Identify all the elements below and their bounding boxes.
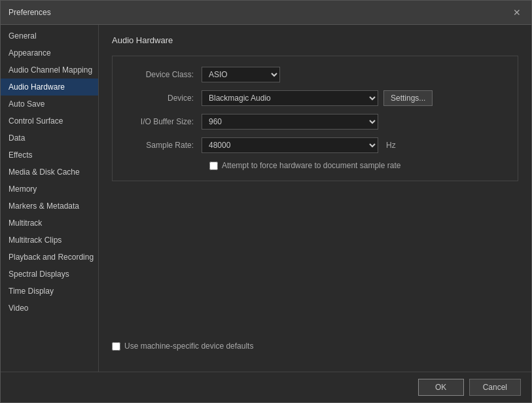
cancel-button[interactable]: Cancel <box>469 379 521 396</box>
section-title: Audio Hardware <box>112 35 518 45</box>
dialog-title: Preferences <box>9 8 51 17</box>
bottom-section: Use machine-specific device defaults <box>112 335 518 361</box>
ok-button[interactable]: OK <box>418 379 464 396</box>
sidebar-item-data[interactable]: Data <box>1 130 98 147</box>
preferences-dialog: Preferences ✕ GeneralAppearanceAudio Cha… <box>0 0 532 403</box>
sidebar-item-auto-save[interactable]: Auto Save <box>1 96 98 113</box>
device-control: Blackmagic Audio Settings... <box>202 90 507 106</box>
buffer-label: I/O Buffer Size: <box>123 117 202 126</box>
device-class-row: Device Class: ASIO MME WDM WASAPI <box>123 67 507 82</box>
force-hardware-checkbox[interactable] <box>209 162 218 170</box>
device-row: Device: Blackmagic Audio Settings... <box>123 90 507 106</box>
close-button[interactable]: ✕ <box>510 6 523 19</box>
sidebar-item-general[interactable]: General <box>1 27 98 44</box>
sidebar-item-markers-metadata[interactable]: Markers & Metadata <box>1 198 98 215</box>
sidebar-item-multitrack-clips[interactable]: Multitrack Clips <box>1 232 98 249</box>
force-hardware-label: Attempt to force hardware to document sa… <box>222 161 400 170</box>
sidebar-item-effects[interactable]: Effects <box>1 147 98 164</box>
device-select[interactable]: Blackmagic Audio <box>202 90 378 106</box>
sample-rate-row: Sample Rate: 48000 44100 96000 192000 Hz <box>123 137 507 153</box>
sidebar-item-multitrack[interactable]: Multitrack <box>1 215 98 232</box>
sample-label: Sample Rate: <box>123 141 202 150</box>
sidebar-item-memory[interactable]: Memory <box>1 181 98 198</box>
sample-control: 48000 44100 96000 192000 Hz <box>202 137 507 153</box>
title-bar: Preferences ✕ <box>1 1 531 25</box>
sidebar-item-playback-recording[interactable]: Playback and Recording <box>1 249 98 266</box>
sidebar-item-video[interactable]: Video <box>1 300 98 317</box>
machine-defaults-row: Use machine-specific device defaults <box>112 342 518 351</box>
device-class-select[interactable]: ASIO MME WDM WASAPI <box>202 67 280 82</box>
sidebar-item-control-surface[interactable]: Control Surface <box>1 113 98 130</box>
force-hardware-row: Attempt to force hardware to document sa… <box>209 161 507 170</box>
sidebar-item-media-disk-cache[interactable]: Media & Disk Cache <box>1 164 98 181</box>
sidebar-item-appearance[interactable]: Appearance <box>1 44 98 61</box>
sidebar-item-audio-hardware[interactable]: Audio Hardware <box>1 79 98 96</box>
sample-select[interactable]: 48000 44100 96000 192000 <box>202 137 378 153</box>
sidebar: GeneralAppearanceAudio Channel MappingAu… <box>1 25 99 372</box>
machine-defaults-checkbox[interactable] <box>112 342 120 351</box>
content-area: GeneralAppearanceAudio Channel MappingAu… <box>1 25 531 372</box>
hz-label: Hz <box>386 141 396 150</box>
main-panel: Audio Hardware Device Class: ASIO MME WD… <box>99 25 531 372</box>
buffer-select[interactable]: 960 480 1024 2048 <box>202 114 378 130</box>
sidebar-item-audio-channel-mapping[interactable]: Audio Channel Mapping <box>1 61 98 79</box>
spacer <box>112 192 518 335</box>
buffer-row: I/O Buffer Size: 960 480 1024 2048 <box>123 114 507 130</box>
settings-box: Device Class: ASIO MME WDM WASAPI Device… <box>112 56 518 181</box>
device-label: Device: <box>123 94 202 103</box>
footer: OK Cancel <box>1 372 531 402</box>
buffer-control: 960 480 1024 2048 <box>202 114 507 130</box>
sidebar-item-spectral-displays[interactable]: Spectral Displays <box>1 266 98 283</box>
sidebar-item-time-display[interactable]: Time Display <box>1 283 98 300</box>
machine-defaults-label: Use machine-specific device defaults <box>124 342 253 351</box>
settings-button[interactable]: Settings... <box>383 90 433 106</box>
device-class-control: ASIO MME WDM WASAPI <box>202 67 507 82</box>
device-class-label: Device Class: <box>123 70 202 79</box>
